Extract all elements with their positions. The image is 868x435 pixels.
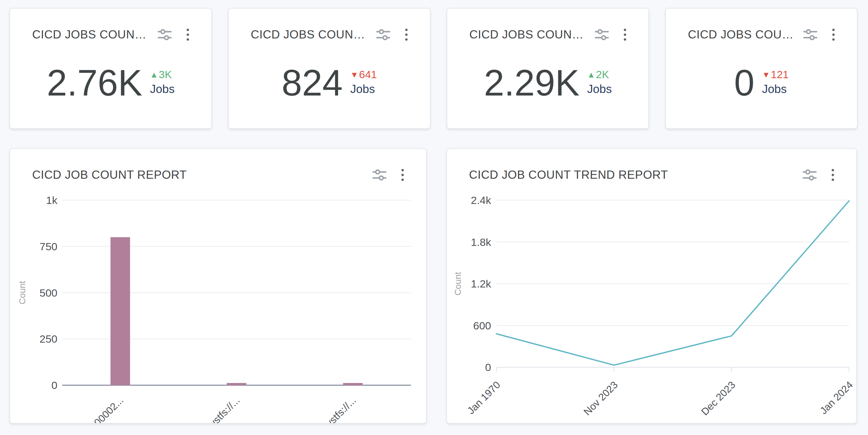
y-tick-label: 250 — [39, 333, 57, 345]
card-actions — [594, 28, 626, 41]
kpi-card-3: CICD JOBS COUNT SINGLE S... 2.29K ▲2K Jo… — [446, 8, 649, 129]
kebab-menu-icon[interactable] — [624, 28, 626, 41]
kpi-delta: ▲2K — [587, 69, 609, 80]
y-tick-label: 1.2k — [471, 278, 491, 290]
card-actions — [802, 168, 834, 181]
card-title: CICD JOBS COUNT SINGLE S... — [251, 28, 367, 41]
dashboard: CICD JOBS COUNT SINGLE S... 2.76K ▲3K Jo… — [0, 0, 868, 424]
y-tick-label: 1.8k — [471, 236, 491, 248]
card-actions — [376, 28, 408, 41]
trend-arrow-icon: ▲ — [150, 70, 158, 79]
x-tick-label: Dec 2023 — [699, 379, 737, 417]
kpi-value: 824 — [282, 65, 343, 101]
kpi-card-1: CICD JOBS COUNT SINGLE S... 2.76K ▲3K Jo… — [9, 8, 212, 129]
x-tick-label: vstfs://... — [323, 394, 358, 423]
card-header: CICD JOBS COUNT SINGLE S... — [229, 8, 430, 41]
kpi-unit: Jobs — [762, 82, 786, 96]
kpi-unit: Jobs — [150, 82, 175, 96]
card-title: CICD JOBS COUNT SINGLE S... — [32, 28, 149, 41]
sliders-icon[interactable] — [802, 168, 817, 181]
kpi-delta: ▼641 — [350, 69, 377, 80]
x-tick-label: vstfs://... — [207, 394, 242, 423]
kebab-menu-icon[interactable] — [831, 168, 834, 181]
kebab-menu-icon[interactable] — [401, 168, 404, 181]
kpi-row: CICD JOBS COUNT SINGLE S... 2.76K ▲3K Jo… — [9, 8, 857, 129]
bar-chart[interactable]: 1k7505002500Count00000002...vstfs://...v… — [10, 181, 426, 423]
kpi-value: 2.29K — [484, 65, 580, 101]
card-header: CICD JOBS COUNT SINGLE S... — [10, 8, 211, 41]
card-title: CICD JOBS COUNT SINGLE S... — [469, 28, 586, 41]
kpi-value: 0 — [734, 65, 755, 101]
card-header: CICD JOB COUNT REPORT — [10, 149, 426, 181]
x-tick-label: 00000002... — [80, 394, 126, 423]
trend-line[interactable] — [496, 201, 849, 365]
y-tick-label: 2.4k — [471, 194, 491, 206]
kpi-side: ▲3K Jobs — [150, 69, 175, 97]
y-axis-title: Count — [17, 281, 27, 304]
bar[interactable] — [111, 237, 130, 385]
kpi-delta: ▲3K — [150, 69, 172, 80]
y-tick-label: 0 — [52, 379, 57, 391]
x-tick-label: Jan 1970 — [465, 379, 502, 416]
line-chart-svg: 2.4k1.8k1.2k6000CountJan 1970Nov 2023Dec… — [447, 181, 856, 423]
kpi-card-2: CICD JOBS COUNT SINGLE S... 824 ▼641 Job… — [228, 8, 431, 129]
trend-arrow-icon: ▲ — [587, 70, 595, 79]
kpi-body: 2.76K ▲3K Jobs — [10, 41, 211, 128]
kpi-body: 2.29K ▲2K Jobs — [447, 41, 649, 128]
kpi-side: ▲2K Jobs — [587, 69, 612, 97]
card-title: CICD JOB COUNT TREND REPORT — [469, 168, 794, 181]
kpi-unit: Jobs — [350, 82, 375, 96]
card-actions — [372, 168, 404, 181]
kebab-menu-icon[interactable] — [832, 28, 835, 41]
y-tick-label: 1k — [46, 194, 58, 206]
card-actions — [803, 28, 835, 41]
bar[interactable] — [227, 383, 246, 385]
card-title: CICD JOBS COUNT SINGLE S... — [688, 28, 794, 41]
bar-chart-card: CICD JOB COUNT REPORT 1k7505002500Count0… — [9, 148, 427, 424]
sliders-icon[interactable] — [594, 28, 609, 41]
chart-row: CICD JOB COUNT REPORT 1k7505002500Count0… — [9, 148, 857, 424]
kpi-side: ▼641 Jobs — [350, 69, 377, 97]
kebab-menu-icon[interactable] — [405, 28, 408, 41]
x-tick-label: Nov 2023 — [581, 379, 620, 417]
card-actions — [157, 28, 189, 41]
y-tick-label: 0 — [485, 361, 491, 373]
kpi-unit: Jobs — [587, 82, 612, 96]
kpi-body: 824 ▼641 Jobs — [229, 41, 430, 128]
line-chart[interactable]: 2.4k1.8k1.2k6000CountJan 1970Nov 2023Dec… — [447, 181, 856, 423]
card-header: CICD JOBS COUNT SINGLE S... — [447, 8, 649, 41]
line-chart-card: CICD JOB COUNT TREND REPORT 2.4k1.8k1.2k… — [446, 148, 857, 424]
bar-chart-svg: 1k7505002500Count00000002...vstfs://...v… — [10, 181, 426, 423]
kpi-body: 0 ▼121 Jobs — [666, 41, 857, 128]
y-tick-label: 750 — [39, 240, 57, 253]
sliders-icon[interactable] — [157, 28, 172, 41]
kebab-menu-icon[interactable] — [186, 28, 189, 41]
bar[interactable] — [343, 383, 363, 385]
kpi-side: ▼121 Jobs — [762, 69, 788, 97]
trend-arrow-icon: ▼ — [762, 70, 770, 79]
y-tick-label: 500 — [39, 287, 57, 299]
card-title: CICD JOB COUNT REPORT — [32, 168, 363, 181]
kpi-delta: ▼121 — [762, 69, 788, 80]
sliders-icon[interactable] — [803, 28, 817, 41]
card-header: CICD JOB COUNT TREND REPORT — [447, 149, 856, 181]
y-tick-label: 600 — [473, 320, 491, 332]
sliders-icon[interactable] — [376, 28, 391, 41]
kpi-card-4: CICD JOBS COUNT SINGLE S... 0 ▼121 Jobs — [665, 8, 858, 129]
trend-arrow-icon: ▼ — [350, 70, 359, 79]
sliders-icon[interactable] — [372, 168, 387, 181]
kpi-value: 2.76K — [47, 65, 142, 101]
card-header: CICD JOBS COUNT SINGLE S... — [666, 8, 857, 41]
x-tick-label: Jan 2024 — [817, 379, 855, 416]
y-axis-title: Count — [453, 272, 463, 295]
